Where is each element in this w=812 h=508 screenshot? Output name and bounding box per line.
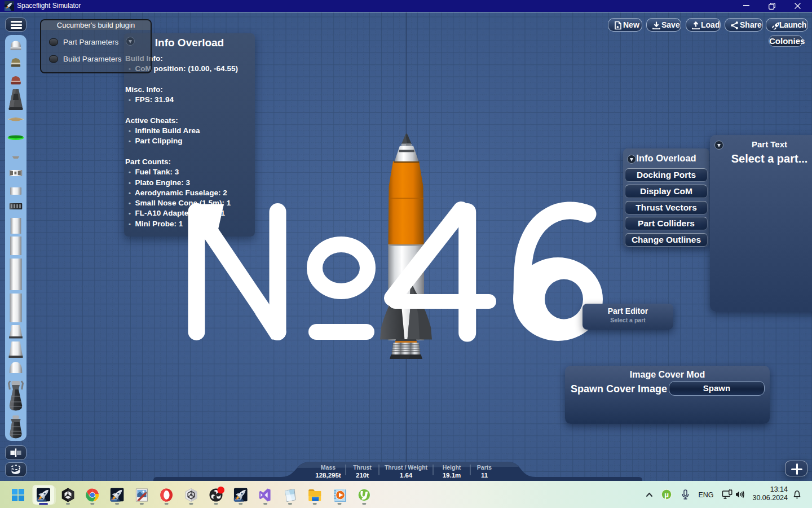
svg-text:µ: µ <box>664 491 669 499</box>
svg-text:ENG: ENG <box>698 491 713 499</box>
svg-text:13:14: 13:14 <box>770 485 788 493</box>
svg-text:30.06.2024: 30.06.2024 <box>752 494 788 502</box>
